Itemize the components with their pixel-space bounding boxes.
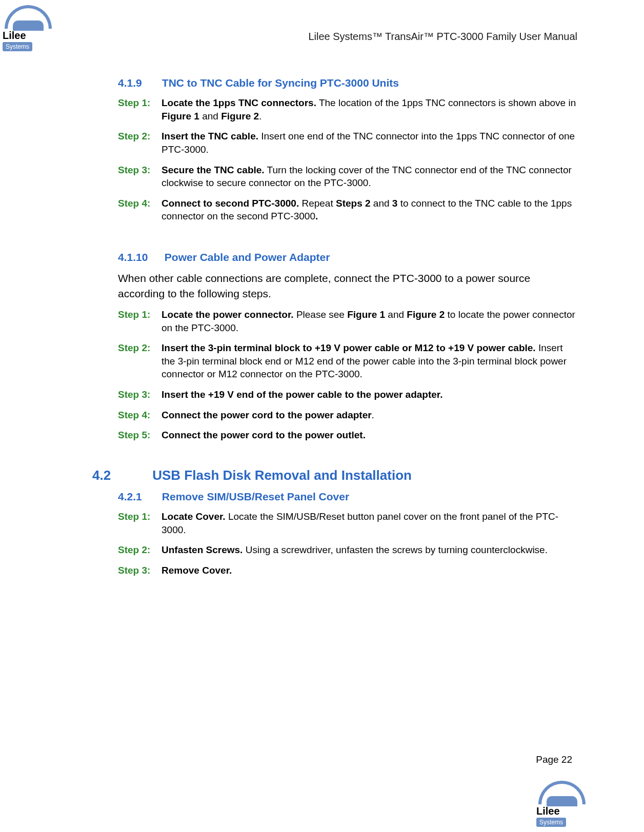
heading-number: 4.1.10 [118,251,162,263]
step-row: Step 4: Connect the power cord to the po… [118,409,577,422]
heading-text: Power Cable and Power Adapter [165,251,330,263]
step-body: Locate the power connector. Please see F… [162,308,577,334]
heading-number: 4.2 [92,468,149,483]
section-intro: When other cable connections are complet… [118,271,577,301]
step-text: and [385,309,407,320]
step-label: Step 3: [118,564,162,577]
logo-tag: Systems [3,42,32,51]
step-bold: Secure the TNC cable. [162,165,265,175]
step-text: . [259,111,261,121]
steps-4-1-10: Step 1: Locate the power connector. Plea… [118,308,577,442]
step-row: Step 3: Secure the TNC cable. Turn the l… [118,164,577,190]
step-bold: Connect the power cord to the power outl… [162,430,366,440]
figure-ref: Figure 1 [162,111,199,121]
figure-ref: Figure 2 [221,111,259,121]
step-text: and [371,198,392,209]
step-text: and [199,111,221,121]
steps-4-2-1: Step 1: Locate Cover. Locate the SIM/USB… [118,510,577,577]
step-body: Remove Cover. [162,564,577,577]
heading-number: 4.2.1 [118,491,159,503]
brand-logo-top: Lilee Systems [3,5,54,51]
step-row: Step 2: Insert the 3-pin terminal block … [118,341,577,381]
step-body: Insert the TNC cable. Insert one end of … [162,130,577,156]
step-text: Using a screwdriver, unfasten the screws… [243,544,548,555]
step-text: Repeat [299,198,336,209]
step-row: Step 2: Unfasten Screws. Using a screwdr… [118,543,577,557]
step-row: Step 3: Remove Cover. [118,564,577,577]
step-body: Connect the power cord to the power outl… [162,429,577,442]
step-label: Step 4: [118,197,162,223]
step-bold: Locate Cover. [162,511,226,522]
step-label: Step 5: [118,429,162,442]
heading-4-1-9: 4.1.9 TNC to TNC Cable for Syncing PTC-3… [118,77,577,89]
step-body: Secure the TNC cable. Turn the locking c… [162,164,577,190]
logo-tag: Systems [536,818,566,827]
step-text: The location of the 1pps TNC connectors … [316,97,576,108]
step-row: Step 2: Insert the TNC cable. Insert one… [118,130,577,156]
step-row: Step 1: Locate the power connector. Plea… [118,308,577,334]
heading-4-1-10: 4.1.10 Power Cable and Power Adapter [118,251,577,263]
step-bold: Insert the 3-pin terminal block to +19 V… [162,342,536,353]
heading-text: TNC to TNC Cable for Syncing PTC-3000 Un… [162,77,399,89]
step-row: Step 4: Connect to second PTC-3000. Repe… [118,197,577,223]
step-label: Step 4: [118,409,162,422]
logo-name: Lilee [3,30,26,42]
brand-logo-bottom: Lilee Systems [536,781,588,827]
step-bold: Remove Cover. [162,565,232,576]
logo-name: Lilee [536,805,560,817]
figure-ref: Figure 2 [407,309,445,320]
step-body: Connect to second PTC-3000. Repeat Steps… [162,197,577,223]
document-header-title: Lilee Systems™ TransAir™ PTC-3000 Family… [308,31,577,43]
step-body: Connect the power cord to the power adap… [162,409,577,422]
step-row: Step 5: Connect the power cord to the po… [118,429,577,442]
step-row: Step 1: Locate the 1pps TNC connectors. … [118,96,577,123]
heading-number: 4.1.9 [118,77,159,89]
step-bold: Unfasten Screws. [162,544,243,555]
step-label: Step 2: [118,341,162,381]
figure-ref: Figure 1 [347,309,385,320]
step-label: Step 3: [118,388,162,401]
page-number: Page 22 [536,754,572,765]
step-body: Insert the +19 V end of the power cable … [162,388,577,401]
step-row: Step 3: Insert the +19 V end of the powe… [118,388,577,401]
step-ref: Steps 2 [336,198,371,209]
step-body: Insert the 3-pin terminal block to +19 V… [162,341,577,381]
heading-4-2-1: 4.2.1 Remove SIM/USB/Reset Panel Cover [118,491,577,503]
step-bold: Connect to second PTC-3000. [162,198,299,209]
step-row: Step 1: Locate Cover. Locate the SIM/USB… [118,510,577,536]
step-label: Step 1: [118,96,162,123]
step-label: Step 1: [118,308,162,334]
step-bold: Insert the +19 V end of the power cable … [162,389,443,400]
heading-text: USB Flash Disk Removal and Installation [152,468,412,483]
step-body: Locate Cover. Locate the SIM/USB/Reset b… [162,510,577,536]
step-bold: Insert the TNC cable. [162,131,258,141]
step-label: Step 3: [118,164,162,190]
heading-4-2: 4.2 USB Flash Disk Removal and Installat… [92,468,577,483]
step-bold: Connect the power cord to the power adap… [162,410,372,420]
step-label: Step 2: [118,130,162,156]
step-bold: Locate the 1pps TNC connectors. [162,97,316,108]
step-label: Step 2: [118,543,162,557]
step-bold: Locate the power connector. [162,309,294,320]
step-ref: 3 [392,198,398,209]
page-content: 4.1.9 TNC to TNC Cable for Syncing PTC-3… [92,67,577,577]
step-body: Locate the 1pps TNC connectors. The loca… [162,96,577,123]
step-body: Unfasten Screws. Using a screwdriver, un… [162,543,577,557]
heading-text: Remove SIM/USB/Reset Panel Cover [162,491,349,502]
steps-4-1-9: Step 1: Locate the 1pps TNC connectors. … [118,96,577,223]
step-text: Please see [294,309,348,320]
step-text: . [372,410,374,420]
step-text: . [315,211,318,221]
step-label: Step 1: [118,510,162,536]
